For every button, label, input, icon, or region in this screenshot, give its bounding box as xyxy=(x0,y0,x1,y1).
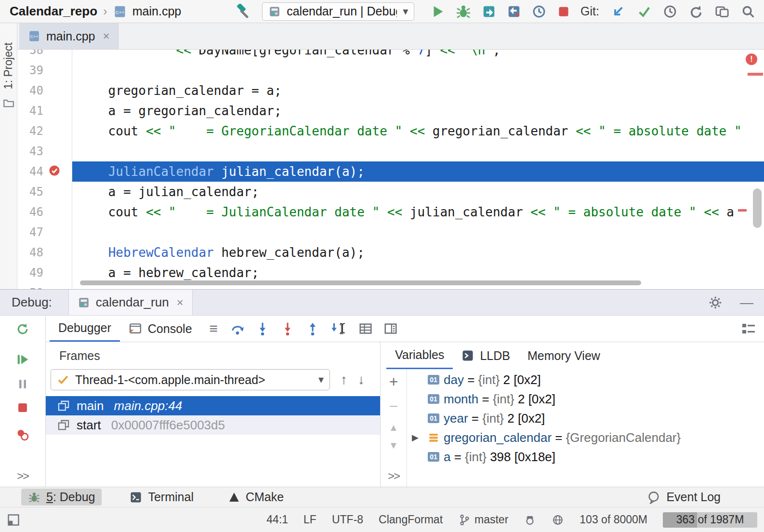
step-out-icon[interactable] xyxy=(305,321,320,336)
code-line-47[interactable]: 47 xyxy=(17,222,764,242)
stop-icon[interactable] xyxy=(557,5,570,18)
code-line-44[interactable]: 44 JulianCalendar julian_calendar(a); xyxy=(17,161,764,182)
code-text[interactable]: << DayName[gregorian_calendar % 7] << '\… xyxy=(72,50,764,60)
resume-icon[interactable] xyxy=(15,352,30,367)
tab-debugger[interactable]: Debugger xyxy=(50,316,120,342)
stop-icon[interactable] xyxy=(16,401,29,414)
gutter[interactable]: 45 xyxy=(17,182,72,202)
expand-arrow-icon[interactable]: ▶ xyxy=(407,432,423,443)
error-stripe-mark[interactable] xyxy=(738,209,747,212)
minimize-icon[interactable]: — xyxy=(740,295,753,310)
error-stripe-mark[interactable] xyxy=(748,73,763,76)
code-text[interactable] xyxy=(72,60,764,80)
layout-settings-icon[interactable] xyxy=(741,321,756,336)
inspections-profile-icon[interactable] xyxy=(524,514,536,526)
event-log-button[interactable]: Event Log xyxy=(647,490,721,504)
code-line-41[interactable]: 41 a = gregorian_calendar; xyxy=(17,101,764,121)
gutter[interactable]: 46 xyxy=(17,202,72,222)
more-chevrons-icon[interactable]: >> xyxy=(388,469,399,483)
code-text[interactable]: gregorian_calendar = a; xyxy=(72,80,764,101)
code-line-48[interactable]: 48 HebrewCalendar hebrew_calendar(a); xyxy=(17,242,764,263)
more-chevrons-icon[interactable]: >> xyxy=(17,469,28,483)
add-watch-icon[interactable]: + xyxy=(389,373,398,391)
tab-memory-view[interactable]: Memory View xyxy=(519,342,609,369)
gutter[interactable]: 41 xyxy=(17,101,72,121)
file-encoding[interactable]: UTF-8 xyxy=(332,513,363,526)
rerun-icon[interactable] xyxy=(16,322,29,336)
ide-config-icon[interactable] xyxy=(552,514,564,526)
code-text[interactable]: a = gregorian_calendar; xyxy=(72,101,764,121)
variable-row[interactable]: ▶gregorian_calendar = {GregorianCalendar… xyxy=(407,428,764,447)
gutter[interactable]: 44 xyxy=(17,161,72,182)
code-line-46[interactable]: 46 cout << " = JulianCalendar date " << … xyxy=(17,202,764,222)
line-separator[interactable]: LF xyxy=(303,513,316,526)
code-text[interactable] xyxy=(72,222,764,242)
code-text[interactable]: a = julian_calendar; xyxy=(72,182,764,202)
code-text[interactable]: cout << " = JulianCalendar date " << jul… xyxy=(72,202,764,222)
code-editor[interactable]: 38 << DayName[gregorian_calendar % 7] <<… xyxy=(17,50,764,289)
project-folder-icon[interactable] xyxy=(3,97,14,108)
profiler-icon[interactable] xyxy=(507,4,521,19)
move-down-icon[interactable]: ▼ xyxy=(389,440,398,451)
git-branch-widget[interactable]: master xyxy=(458,513,508,526)
code-text[interactable]: JulianCalendar julian_calendar(a); xyxy=(72,161,764,182)
toggle-toolwindows-icon[interactable] xyxy=(7,513,20,527)
code-line-40[interactable]: 40 gregorian_calendar = a; xyxy=(17,80,764,101)
error-indicator-icon[interactable]: ! xyxy=(746,53,757,65)
code-text[interactable]: a = hebrew_calendar; xyxy=(72,263,764,283)
move-up-icon[interactable]: ▲ xyxy=(389,422,398,433)
code-line-45[interactable]: 45 a = julian_calendar; xyxy=(17,182,764,202)
tab-lldb[interactable]: LLDB xyxy=(453,342,519,369)
gutter[interactable]: 40 xyxy=(17,80,72,101)
force-step-into-icon[interactable] xyxy=(280,321,295,336)
pause-icon[interactable] xyxy=(16,377,29,391)
code-line-42[interactable]: 42 cout << " = GregorianCalendar date " … xyxy=(17,121,764,141)
variable-row[interactable]: 01day = {int} 2 [0x2] xyxy=(407,370,764,389)
profiler-clock-icon[interactable] xyxy=(532,4,546,19)
git-commit-icon[interactable] xyxy=(637,4,651,19)
breadcrumb-file[interactable]: main.cpp xyxy=(132,4,181,18)
run-with-coverage-icon[interactable] xyxy=(482,4,496,19)
view-breakpoints-icon[interactable] xyxy=(15,427,30,442)
memory-indicator[interactable]: 363 of 1987M xyxy=(663,512,757,528)
toolwindow-tab-debug[interactable]: 5: Debug xyxy=(21,489,102,505)
gutter[interactable]: 49 xyxy=(17,263,72,283)
toolwindow-tab-cmake[interactable]: CMake xyxy=(222,489,290,505)
table-view-icon[interactable] xyxy=(358,321,373,336)
code-line-49[interactable]: 49 a = hebrew_calendar; xyxy=(17,263,764,283)
remove-watch-icon[interactable]: − xyxy=(389,398,398,415)
next-frame-icon[interactable]: ↓ xyxy=(358,372,365,387)
gutter[interactable]: 47 xyxy=(17,222,72,242)
variable-row[interactable]: 01a = {int} 398 [0x18e] xyxy=(407,447,764,466)
heap-indicator[interactable]: 103 of 8000M xyxy=(580,513,647,526)
frame-row[interactable]: main main.cpp:44 xyxy=(46,396,380,415)
code-text[interactable]: HebrewCalendar hebrew_calendar(a); xyxy=(72,242,764,263)
code-line-39[interactable]: 39 xyxy=(17,60,764,80)
run-config-select[interactable]: calendar_run | Debug ▾ xyxy=(262,2,414,21)
code-style-scheme[interactable]: ClangFormat xyxy=(379,513,443,526)
horizontal-scrollbar[interactable] xyxy=(80,280,641,285)
menu-icon[interactable]: ≡ xyxy=(210,320,218,337)
tab-variables[interactable]: Variables xyxy=(386,342,453,369)
close-icon[interactable]: × xyxy=(103,29,109,43)
gutter[interactable]: 39 xyxy=(17,60,72,80)
gear-icon[interactable] xyxy=(708,295,723,310)
breakpoint-icon[interactable] xyxy=(48,164,61,179)
tab-console[interactable]: Console xyxy=(120,316,201,342)
step-over-icon[interactable] xyxy=(230,321,245,336)
caret-position[interactable]: 44:1 xyxy=(266,513,288,526)
debug-session-tab[interactable]: calendar_run × xyxy=(68,290,193,315)
project-toolwindow-button[interactable]: 1: Project xyxy=(2,42,15,89)
previous-frame-icon[interactable]: ↑ xyxy=(341,372,347,387)
step-into-icon[interactable] xyxy=(255,321,270,336)
git-rollback-icon[interactable] xyxy=(689,4,703,19)
code-text[interactable] xyxy=(72,141,764,161)
split-view-icon[interactable] xyxy=(383,321,398,336)
editor-tab-main-cpp[interactable]: C++ main.cpp × xyxy=(19,23,119,49)
breadcrumb-project[interactable]: Calendar_repo xyxy=(10,4,97,19)
git-update-icon[interactable] xyxy=(611,4,625,19)
code-text[interactable]: cout << " = GregorianCalendar date " << … xyxy=(72,121,764,141)
code-line-38[interactable]: 38 << DayName[gregorian_calendar % 7] <<… xyxy=(17,50,764,60)
run-icon[interactable] xyxy=(431,4,445,19)
toolwindow-tab-terminal[interactable]: Terminal xyxy=(123,489,200,505)
